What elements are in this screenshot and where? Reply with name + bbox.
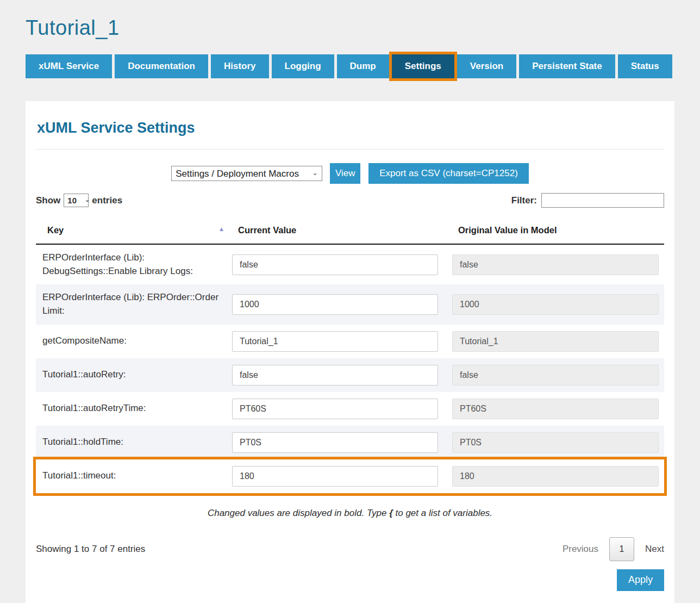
page: Tutorial_1 xUML Service Documentation Hi…: [0, 0, 700, 603]
show-entries-select[interactable]: 10: [64, 194, 89, 207]
current-value-input[interactable]: [232, 254, 438, 275]
current-value-input[interactable]: [232, 466, 438, 487]
column-header-key[interactable]: Key ▲: [36, 225, 232, 235]
setting-key: Tutorial1::timeout:: [36, 469, 232, 483]
tab-xuml-service[interactable]: xUML Service: [26, 54, 112, 78]
show-label: Show: [36, 195, 60, 206]
original-value-field: [452, 432, 659, 453]
original-value-field: [452, 399, 659, 419]
table-row-timeout-highlighted: Tutorial1::timeout:: [36, 459, 664, 493]
setting-key: ERPOrderInterface (Lib): DebugSettings::…: [36, 251, 232, 278]
current-value-input[interactable]: [232, 294, 438, 315]
entries-label: entries: [92, 195, 122, 206]
table-row: ERPOrderInterface (Lib): ERPOrder::Order…: [36, 284, 664, 324]
toolbar: Settings / Deployment Macros ⌄ View Expo…: [36, 163, 664, 184]
tab-settings[interactable]: Settings: [392, 54, 454, 78]
original-value-field: [452, 466, 659, 487]
original-value-field: [452, 294, 659, 315]
tab-version[interactable]: Version: [457, 54, 516, 78]
macro-select[interactable]: Settings / Deployment Macros: [171, 166, 322, 181]
tab-logging[interactable]: Logging: [272, 54, 334, 78]
apply-row: Apply: [36, 569, 664, 591]
table-header: Key ▲ Current Value Original Value in Mo…: [36, 215, 664, 245]
original-value-field: [452, 365, 659, 386]
divider: [36, 149, 664, 150]
tab-status[interactable]: Status: [618, 54, 672, 78]
tab-dump[interactable]: Dump: [337, 54, 389, 78]
pagination: Previous 1 Next: [562, 537, 664, 561]
current-value-input[interactable]: [232, 365, 438, 386]
table-row: Tutorial1::autoRetryTime:: [36, 392, 664, 426]
table-footer: Showing 1 to 7 of 7 entries Previous 1 N…: [36, 537, 664, 561]
sort-ascending-icon[interactable]: ▲: [218, 226, 224, 232]
show-select-wrap: 10 ⌄: [60, 194, 92, 207]
table-row: Tutorial1::autoRetry:: [36, 358, 664, 392]
next-page-button[interactable]: Next: [645, 544, 664, 555]
table-row: getCompositeName:: [36, 325, 664, 358]
panel-heading: xUML Service Settings: [36, 101, 664, 136]
filter-label: Filter:: [511, 195, 537, 206]
table-row: Tutorial1::holdTime:: [36, 426, 664, 459]
show-entries-group: Show 10 ⌄ entries: [36, 194, 122, 207]
current-value-input[interactable]: [232, 432, 438, 453]
table-row: ERPOrderInterface (Lib): DebugSettings::…: [36, 245, 664, 284]
view-button[interactable]: View: [330, 163, 360, 184]
macro-select-wrap: Settings / Deployment Macros ⌄: [171, 166, 322, 181]
original-value-field: [452, 331, 659, 352]
tab-history[interactable]: History: [211, 54, 269, 78]
setting-key: Tutorial1::holdTime:: [36, 436, 232, 449]
filter-group: Filter:: [511, 193, 664, 208]
hint-note: Changed values are displayed in bold. Ty…: [36, 508, 664, 519]
showing-entries-text: Showing 1 to 7 of 7 entries: [36, 544, 145, 555]
list-controls: Show 10 ⌄ entries Filter:: [36, 193, 664, 208]
tab-bar: xUML Service Documentation History Loggi…: [26, 54, 700, 78]
tab-persistent-state[interactable]: Persistent State: [519, 54, 615, 78]
page-number-button[interactable]: 1: [609, 537, 634, 561]
current-value-input[interactable]: [232, 399, 438, 419]
setting-key: Tutorial1::autoRetry:: [36, 368, 232, 382]
column-header-original-value[interactable]: Original Value in Model: [452, 225, 664, 235]
column-header-current-value[interactable]: Current Value: [232, 225, 452, 235]
settings-panel: xUML Service Settings Settings / Deploym…: [26, 101, 674, 603]
export-csv-button[interactable]: Export as CSV (charset=CP1252): [368, 163, 529, 184]
tab-documentation[interactable]: Documentation: [115, 54, 208, 78]
apply-button[interactable]: Apply: [617, 569, 664, 591]
previous-page-button[interactable]: Previous: [562, 544, 598, 555]
current-value-input[interactable]: [232, 331, 438, 352]
original-value-field: [452, 254, 659, 275]
setting-key: getCompositeName:: [36, 334, 232, 348]
filter-input[interactable]: [541, 193, 664, 208]
settings-table: Key ▲ Current Value Original Value in Mo…: [36, 215, 664, 493]
setting-key: ERPOrderInterface (Lib): ERPOrder::Order…: [36, 291, 232, 318]
setting-key: Tutorial1::autoRetryTime:: [36, 402, 232, 415]
page-title: Tutorial_1: [0, 0, 700, 40]
